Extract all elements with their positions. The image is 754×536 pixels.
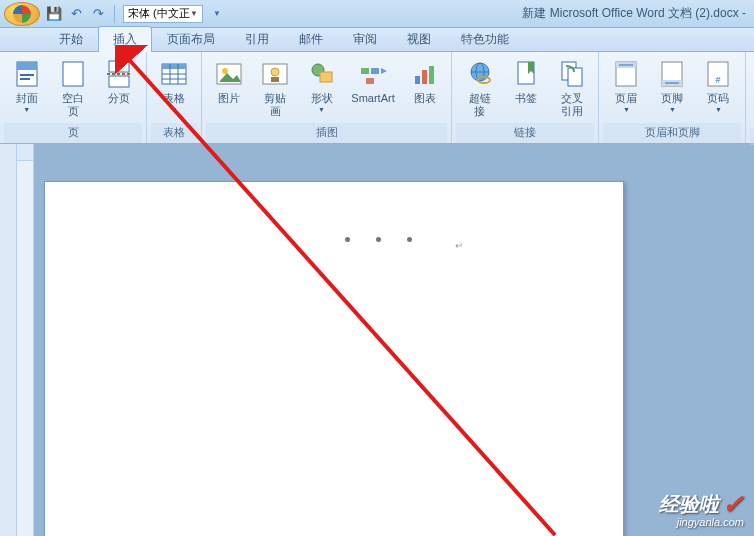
svg-rect-4: [63, 62, 83, 86]
group-tables: 表格 ▼ 表格: [147, 52, 202, 143]
picture-label: 图片: [218, 92, 240, 105]
chevron-down-icon: ▼: [623, 106, 630, 113]
table-button[interactable]: 表格 ▼: [151, 54, 197, 115]
table-icon: [158, 58, 190, 90]
document-area: 2468101214161820222426283032 ↵: [17, 144, 754, 536]
blank-page-label: 空白页: [57, 92, 90, 118]
pagenum-button[interactable]: # 页码 ▼: [695, 54, 741, 115]
title-bar: 💾 ↶ ↷ 宋体 (中文正 ▼ ▼ 新建 Microsoft Office Wo…: [0, 0, 754, 28]
chevron-down-icon: ▼: [318, 106, 325, 113]
picture-icon: [213, 58, 245, 90]
group-illustrations: 图片 剪贴画 形状 ▼ SmartArt 图表 插图: [202, 52, 452, 143]
svg-rect-6: [109, 76, 129, 87]
textbox-button[interactable]: A 文本框 ▼: [750, 54, 754, 128]
canvas-row: ↵: [17, 161, 754, 536]
dot-icon: [345, 237, 350, 242]
svg-rect-1: [17, 62, 37, 70]
shapes-button[interactable]: 形状 ▼: [299, 54, 345, 115]
header-label: 页眉: [615, 92, 637, 105]
font-selector[interactable]: 宋体 (中文正 ▼: [123, 5, 203, 23]
cover-page-icon: [11, 58, 43, 90]
svg-rect-21: [320, 72, 332, 82]
chart-label: 图表: [414, 92, 436, 105]
picture-button[interactable]: 图片: [206, 54, 252, 107]
blank-page-icon: [57, 58, 89, 90]
svg-point-15: [222, 68, 228, 74]
office-button[interactable]: [4, 2, 40, 26]
tab-insert[interactable]: 插入: [98, 26, 152, 51]
pagenum-icon: #: [702, 58, 734, 90]
paragraph-mark-icon: ↵: [455, 240, 463, 251]
chevron-down-icon: ▼: [23, 106, 30, 113]
group-headerfooter: 页眉 ▼ 页脚 ▼ # 页码 ▼ 页眉和页脚: [599, 52, 746, 143]
tab-view[interactable]: 视图: [392, 26, 446, 51]
page-break-button[interactable]: 分页: [96, 54, 142, 107]
svg-point-18: [271, 68, 279, 76]
chevron-down-icon: ▼: [171, 106, 178, 113]
group-text-label: [750, 128, 754, 145]
group-pages-label: 页: [4, 123, 142, 143]
chevron-down-icon: ▼: [190, 9, 198, 18]
svg-rect-2: [20, 74, 34, 76]
page-break-icon: [103, 58, 135, 90]
svg-rect-26: [415, 76, 420, 84]
blank-page-button[interactable]: 空白页: [50, 54, 97, 120]
vertical-ruler[interactable]: [17, 161, 34, 536]
cover-page-label: 封面: [16, 92, 38, 105]
shapes-icon: [306, 58, 338, 90]
header-button[interactable]: 页眉 ▼: [603, 54, 649, 115]
svg-rect-23: [371, 68, 379, 74]
smartart-button[interactable]: SmartArt: [344, 54, 401, 107]
tab-start[interactable]: 开始: [44, 26, 98, 51]
tab-mail[interactable]: 邮件: [284, 26, 338, 51]
dot-icon: [407, 237, 412, 242]
chart-button[interactable]: 图表: [402, 54, 448, 107]
hyperlink-button[interactable]: 超链接: [456, 54, 503, 120]
hyperlink-label: 超链接: [463, 92, 496, 118]
shapes-label: 形状: [311, 92, 333, 105]
footer-button[interactable]: 页脚 ▼: [649, 54, 695, 115]
qat-dropdown-icon[interactable]: ▼: [209, 6, 225, 22]
ribbon: 封面 ▼ 空白页 分页 页 表格 ▼ 表格: [0, 52, 754, 144]
svg-rect-28: [429, 66, 434, 84]
undo-icon[interactable]: ↶: [68, 6, 84, 22]
separator: [114, 5, 115, 23]
group-links-label: 链接: [456, 123, 594, 143]
left-margin-bar: [0, 144, 17, 536]
crossref-button[interactable]: 交叉 引用: [549, 54, 595, 120]
bookmark-button[interactable]: 书签: [503, 54, 549, 107]
smartart-icon: [357, 58, 389, 90]
ruler-corner: [17, 144, 34, 161]
workspace: 2468101214161820222426283032 ↵: [0, 144, 754, 536]
chart-icon: [409, 58, 441, 90]
svg-rect-19: [271, 77, 279, 82]
group-text: A 文本框 ▼ 文: [746, 52, 754, 143]
tab-special[interactable]: 特色功能: [446, 26, 524, 51]
page[interactable]: ↵: [44, 181, 624, 536]
tab-review[interactable]: 审阅: [338, 26, 392, 51]
document-canvas[interactable]: ↵: [34, 161, 754, 536]
tab-layout[interactable]: 页面布局: [152, 26, 230, 51]
svg-rect-25: [366, 78, 374, 84]
svg-text:#: #: [716, 75, 721, 85]
group-illustrations-label: 插图: [206, 123, 447, 143]
group-pages: 封面 ▼ 空白页 分页 页: [0, 52, 147, 143]
svg-rect-27: [422, 70, 427, 84]
watermark-text: 经验啦: [659, 491, 719, 518]
svg-rect-5: [109, 61, 129, 72]
clipart-icon: [259, 58, 291, 90]
dot-icon: [376, 237, 381, 242]
tab-reference[interactable]: 引用: [230, 26, 284, 51]
clipart-button[interactable]: 剪贴画: [252, 54, 299, 120]
save-icon[interactable]: 💾: [46, 6, 62, 22]
content-dots: [345, 237, 412, 242]
redo-icon[interactable]: ↷: [90, 6, 106, 22]
crossref-icon: [556, 58, 588, 90]
hyperlink-icon: [464, 58, 496, 90]
page-break-label: 分页: [108, 92, 130, 105]
cover-page-button[interactable]: 封面 ▼: [4, 54, 50, 115]
footer-icon: [656, 58, 688, 90]
clipart-label: 剪贴画: [259, 92, 292, 118]
svg-rect-22: [361, 68, 369, 74]
window-title: 新建 Microsoft Office Word 文档 (2).docx -: [522, 5, 746, 22]
